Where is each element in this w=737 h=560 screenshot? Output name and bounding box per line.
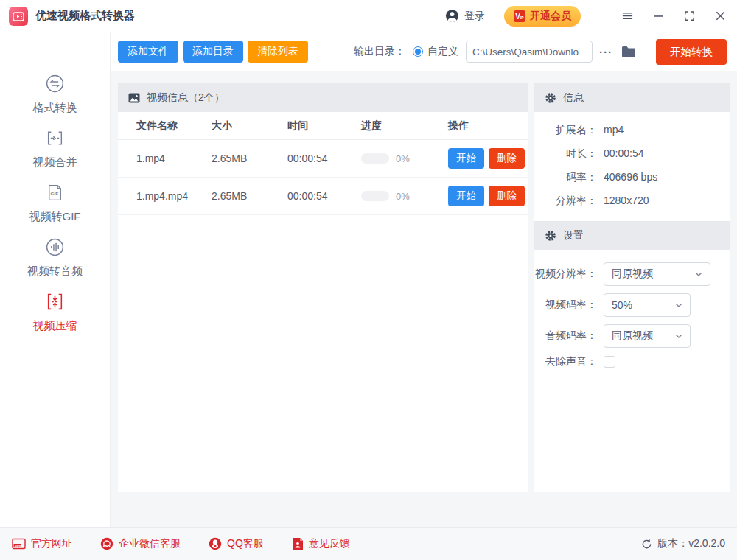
sidebar-item-label: 视频转GIF: [29, 210, 81, 224]
footer-link-feedback[interactable]: 意见反馈: [292, 537, 350, 550]
footer-link-label: 意见反馈: [309, 537, 350, 550]
settings-header: 设置: [534, 221, 730, 250]
version-label: 版本：v2.0.2.0: [657, 537, 725, 550]
row-delete-button[interactable]: 删除: [489, 148, 525, 169]
title-bar: 优速视频格式转换器 登录 VIP 开通会员: [0, 0, 737, 32]
setting-label: 视频码率：: [534, 298, 597, 312]
picture-icon: [128, 92, 140, 104]
compress-icon: [45, 292, 65, 314]
output-path-input[interactable]: [466, 41, 593, 63]
sidebar-item-video-compress[interactable]: 视频压缩: [33, 292, 77, 333]
audio-bitrate-select[interactable]: 同原视频: [604, 324, 691, 348]
toolbar: 添加文件 添加目录 清除列表 输出目录： 自定义 ··· 开始转换: [111, 32, 737, 71]
website-icon: .com: [12, 538, 26, 550]
info-header: 信息: [534, 83, 730, 112]
table-row: 1.mp4.mp4 2.65MB 00:00:54 0% 开始 删除: [118, 178, 528, 215]
progress-percent: 0%: [396, 191, 410, 202]
select-value: 50%: [612, 299, 632, 311]
file-size: 2.65MB: [212, 153, 287, 164]
info-fields: 扩展名：mp4 时长：00:00:54 码率：406696 bps 分辨率：12…: [534, 112, 730, 221]
progress-bar: [361, 153, 389, 164]
field-value: 406696 bps: [604, 171, 657, 184]
video-list-panel: 视频信息（2个） 文件名称 大小 时间 进度 操作 1.mp4 2.65MB 0…: [118, 83, 528, 492]
footer-link-website[interactable]: .com 官方网址: [12, 537, 72, 550]
info-title: 信息: [563, 91, 584, 105]
field-value: 1280x720: [604, 195, 649, 208]
file-name: 1.mp4: [136, 153, 212, 164]
login-label: 登录: [464, 10, 485, 23]
user-avatar-icon: [445, 9, 459, 23]
footer-bar: .com 官方网址 企业微信客服 QQ客服 意见反馈 版本：v: [0, 527, 737, 560]
chevron-down-icon: [694, 270, 703, 279]
field-label: 码率：: [534, 171, 597, 184]
sidebar-item-video-merge[interactable]: 视频合并: [33, 128, 77, 169]
col-size: 大小: [212, 119, 287, 133]
app-logo-icon: [9, 7, 28, 26]
sidebar-item-label: 格式转换: [33, 101, 77, 115]
footer-link-qq-service[interactable]: QQ客服: [209, 537, 264, 550]
field-label: 分辨率：: [534, 195, 597, 208]
close-icon[interactable]: [713, 10, 727, 23]
output-dir-label: 输出目录：: [354, 45, 405, 58]
row-start-button[interactable]: 开始: [448, 148, 484, 169]
col-filename: 文件名称: [136, 119, 212, 133]
video-resolution-select[interactable]: 同原视频: [604, 262, 710, 286]
app-window: 优速视频格式转换器 登录 VIP 开通会员: [0, 0, 737, 560]
gear-icon: [545, 92, 556, 104]
settings-fields: 视频分辨率： 同原视频 视频码率： 50%: [534, 250, 730, 376]
browse-ellipsis-button[interactable]: ···: [599, 46, 612, 58]
sidebar: 格式转换 视频合并 GIF 视频转GIF 视频转音频: [0, 32, 111, 527]
setting-label: 视频分辨率：: [534, 267, 597, 281]
col-actions: 操作: [448, 119, 528, 133]
maximize-icon[interactable]: [682, 10, 696, 23]
menu-icon[interactable]: [621, 10, 634, 23]
field-value: mp4: [604, 124, 624, 137]
footer-link-label: 企业微信客服: [119, 537, 181, 550]
svg-text:GIF: GIF: [51, 191, 59, 196]
chevron-down-icon: [674, 301, 683, 309]
table-header-row: 文件名称 大小 时间 进度 操作: [118, 112, 528, 140]
add-directory-button[interactable]: 添加目录: [183, 41, 243, 63]
sidebar-item-format-convert[interactable]: 格式转换: [33, 74, 77, 115]
login-button[interactable]: 登录: [445, 9, 485, 23]
row-start-button[interactable]: 开始: [448, 186, 484, 206]
file-size: 2.65MB: [212, 190, 287, 202]
start-convert-button[interactable]: 开始转换: [656, 39, 727, 65]
select-value: 同原视频: [612, 329, 653, 343]
col-time: 时间: [287, 119, 361, 133]
minimize-icon[interactable]: [652, 10, 665, 23]
col-progress: 进度: [361, 119, 448, 133]
row-delete-button[interactable]: 删除: [489, 186, 525, 206]
svg-text:.com: .com: [14, 544, 21, 547]
custom-radio-label: 自定义: [427, 45, 458, 58]
wechat-service-icon: [100, 537, 113, 550]
file-time: 00:00:54: [287, 153, 361, 164]
vip-label: 开通会员: [530, 10, 571, 23]
sidebar-item-label: 视频压缩: [33, 319, 77, 333]
update-refresh-icon[interactable]: [641, 539, 652, 550]
convert-icon: [45, 74, 65, 96]
vip-upgrade-button[interactable]: VIP 开通会员: [504, 6, 581, 27]
clear-list-button[interactable]: 清除列表: [248, 41, 308, 63]
feedback-icon: [292, 537, 304, 550]
footer-link-wechat-service[interactable]: 企业微信客服: [100, 537, 181, 550]
sidebar-item-video-to-audio[interactable]: 视频转音频: [27, 237, 83, 279]
setting-label: 音频码率：: [534, 329, 597, 343]
progress-bar: [361, 191, 389, 201]
footer-link-label: QQ客服: [227, 537, 264, 550]
add-file-button[interactable]: 添加文件: [118, 41, 178, 63]
select-value: 同原视频: [612, 267, 653, 281]
remove-audio-checkbox[interactable]: [604, 356, 615, 368]
content-area: 视频信息（2个） 文件名称 大小 时间 进度 操作 1.mp4 2.65MB 0…: [111, 71, 737, 527]
audio-icon: [45, 237, 65, 259]
custom-radio[interactable]: [413, 46, 423, 57]
field-label: 时长：: [534, 147, 597, 161]
video-bitrate-select[interactable]: 50%: [604, 293, 691, 317]
sidebar-item-video-to-gif[interactable]: GIF 视频转GIF: [29, 183, 81, 224]
video-list-title: 视频信息（2个）: [147, 91, 225, 105]
vip-badge-icon: VIP: [514, 10, 525, 22]
sidebar-item-label: 视频转音频: [27, 265, 83, 279]
open-folder-icon[interactable]: [621, 46, 636, 58]
field-label: 扩展名：: [534, 124, 597, 137]
table-row: 1.mp4 2.65MB 00:00:54 0% 开始 删除: [118, 140, 528, 178]
